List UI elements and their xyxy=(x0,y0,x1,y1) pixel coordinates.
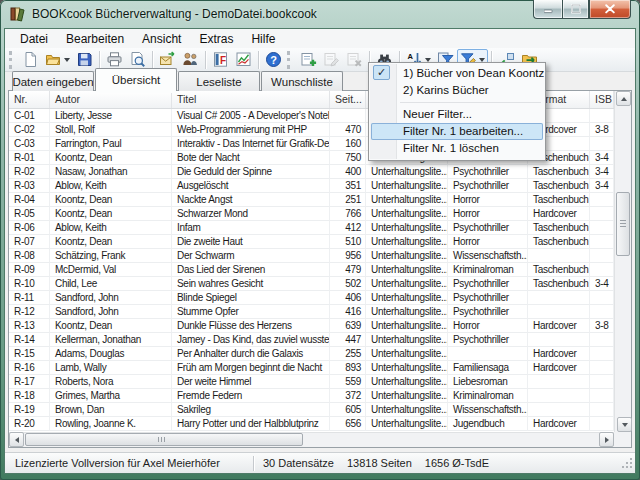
vertical-scrollbar[interactable] xyxy=(614,91,631,432)
column-header-nr[interactable]: Nr. xyxy=(9,91,50,108)
toolbar-grip[interactable] xyxy=(9,51,15,69)
title-bar[interactable]: BOOKcook Bücherverwaltung - DemoDatei.bo… xyxy=(0,0,640,28)
column-header-seit[interactable]: Seit... xyxy=(330,91,366,108)
cell: Web-Programmierung mit PHP xyxy=(172,123,330,137)
cell: Taschenbuch xyxy=(528,165,590,179)
table-row[interactable]: R-02Nasaw, JonathanDie Geduld der Spinne… xyxy=(9,165,614,179)
cell: Koontz, Dean xyxy=(50,319,172,333)
table-row[interactable]: R-14Kellerman, JonathanJamey - Das Kind,… xyxy=(9,333,614,347)
table-row[interactable]: R-13Koontz, DeanDunkle Flüsse des Herzen… xyxy=(9,319,614,333)
cell: Interaktiv - Das Internet für Grafik-Des… xyxy=(172,137,330,151)
cell: Infam xyxy=(172,221,330,235)
cell: 255 xyxy=(330,347,366,361)
cell xyxy=(590,137,614,151)
add-record-button[interactable] xyxy=(297,49,320,70)
tab-wunschliste[interactable]: Wunschliste xyxy=(261,71,343,91)
cell: Stumme Opfer xyxy=(172,305,330,319)
cell: Sandford, John xyxy=(50,291,172,305)
menu-hilfe[interactable]: Hilfe xyxy=(242,30,284,48)
menu-separator xyxy=(400,102,541,103)
table-row[interactable]: R-08Schätzing, FrankDer Schwarm956Unterh… xyxy=(9,249,614,263)
table-row[interactable]: R-16Lamb, WallyFrüh am Morgen beginnt di… xyxy=(9,361,614,375)
edit-record-button[interactable] xyxy=(320,49,343,70)
minimize-button[interactable] xyxy=(533,0,562,19)
tab-daten-eingeben[interactable]: Daten eingeben xyxy=(12,71,94,91)
table-row[interactable]: R-20Rowling, Joanne K.Harry Potter und d… xyxy=(9,417,614,431)
column-header-isb[interactable]: ISB xyxy=(590,91,614,108)
table-row[interactable]: R-06Ablow, KeithInfam412Unterhaltungslit… xyxy=(9,221,614,235)
filter-menu-item[interactable]: Filter Nr. 1 löschen xyxy=(370,140,544,157)
menu-bearbeiten[interactable]: Bearbeiten xyxy=(57,30,133,48)
table-row[interactable]: R-07Koontz, DeanDie zweite Haut510Unterh… xyxy=(9,235,614,249)
new-document-button[interactable] xyxy=(19,49,42,70)
send-mail-icon xyxy=(159,51,176,68)
cell: R-17 xyxy=(9,375,50,389)
table-row[interactable]: R-11Sandford, JohnBlinde Spiegel406Unter… xyxy=(9,291,614,305)
table-row[interactable]: R-15Adams, DouglasPer Anhalter durch die… xyxy=(9,347,614,361)
print-preview-button[interactable] xyxy=(126,49,149,70)
table-row[interactable]: R-10Child, LeeSein wahres Gesicht502Unte… xyxy=(9,277,614,291)
cell: Psychothriller xyxy=(448,277,528,291)
horizontal-scroll-thumb[interactable] xyxy=(25,433,303,446)
cell: Koontz, Dean xyxy=(50,151,172,165)
toolbar-separator xyxy=(205,51,206,69)
table-row[interactable]: R-04Koontz, DeanNackte Angst251Unterhalt… xyxy=(9,193,614,207)
column-header-titel[interactable]: Titel xyxy=(172,91,330,108)
cell: Adams, Douglas xyxy=(50,347,172,361)
table-row[interactable]: R-09McDermid, ValDas Lied der Sirenen479… xyxy=(9,263,614,277)
table-row[interactable]: R-18Grimes, MarthaFremde Federn372Unterh… xyxy=(9,389,614,403)
save-button[interactable] xyxy=(73,49,96,70)
cell xyxy=(590,249,614,263)
tab-leseliste[interactable]: Leseliste xyxy=(178,71,260,91)
cell: Unterhaltungslite... xyxy=(366,179,448,193)
menu-ansicht[interactable]: Ansicht xyxy=(133,30,190,48)
cell: R-02 xyxy=(9,165,50,179)
table-row[interactable]: R-12Sandford, JohnStumme Opfer416Unterha… xyxy=(9,305,614,319)
resize-grip-icon[interactable] xyxy=(621,457,633,471)
cell: Der weite Himmel xyxy=(172,375,330,389)
filter-menu-item[interactable]: 2) Karins Bücher xyxy=(370,82,544,99)
menu-datei[interactable]: Datei xyxy=(11,30,57,48)
cell: Koontz, Dean xyxy=(50,207,172,221)
cell: Harry Potter und der Halbblutprinz xyxy=(172,417,330,431)
help-button[interactable]: ? xyxy=(262,49,285,70)
close-button[interactable] xyxy=(589,0,631,19)
tab-übersicht[interactable]: Übersicht xyxy=(95,68,177,91)
cell: Kriminalroman xyxy=(448,263,528,277)
vertical-scroll-thumb[interactable] xyxy=(616,192,630,256)
report-button[interactable]: F xyxy=(209,49,232,70)
filter-menu-item[interactable]: 1) Bücher von Dean Koontz✓ xyxy=(370,65,544,82)
print-button[interactable] xyxy=(103,49,126,70)
people-button[interactable] xyxy=(179,49,202,70)
column-header-autor[interactable]: Autor xyxy=(50,91,172,108)
filter-menu-item[interactable]: Filter Nr. 1 bearbeiten... xyxy=(371,123,543,140)
app-window: BOOKcook Bücherverwaltung - DemoDatei.bo… xyxy=(0,0,640,480)
arrow-down-icon xyxy=(622,423,628,430)
chart-button[interactable] xyxy=(232,49,255,70)
toolbar-grip[interactable] xyxy=(287,51,293,69)
cell: 3-4 xyxy=(590,277,614,291)
table-row[interactable]: R-03Ablow, KeithAusgelöscht351Unterhaltu… xyxy=(9,179,614,193)
scroll-right-button[interactable] xyxy=(599,432,614,447)
scroll-down-button[interactable] xyxy=(617,417,632,432)
table-row[interactable]: R-05Koontz, DeanSchwarzer Mond766Unterha… xyxy=(9,207,614,221)
cell: Jugendbuch xyxy=(448,417,528,431)
send-mail-button[interactable] xyxy=(156,49,179,70)
scroll-left-button[interactable] xyxy=(9,432,24,447)
maximize-button[interactable] xyxy=(562,0,589,19)
table-row[interactable]: R-17Roberts, NoraDer weite Himmel559Unte… xyxy=(9,375,614,389)
open-file-button[interactable] xyxy=(42,49,73,70)
menu-extras[interactable]: Extras xyxy=(190,30,242,48)
filter-menu-item[interactable]: Neuer Filter... xyxy=(370,106,544,123)
scroll-up-button[interactable] xyxy=(616,91,631,106)
cell xyxy=(590,235,614,249)
cell: Roberts, Nora xyxy=(50,375,172,389)
cell: R-08 xyxy=(9,249,50,263)
cell xyxy=(590,207,614,221)
toolbar-separator xyxy=(258,51,259,69)
cell: Farrington, Paul xyxy=(50,137,172,151)
delete-record-button[interactable] xyxy=(343,49,366,70)
cell xyxy=(590,347,614,361)
horizontal-scrollbar[interactable] xyxy=(9,432,614,447)
table-row[interactable]: R-19Brown, DanSakrileg605Unterhaltungsli… xyxy=(9,403,614,417)
